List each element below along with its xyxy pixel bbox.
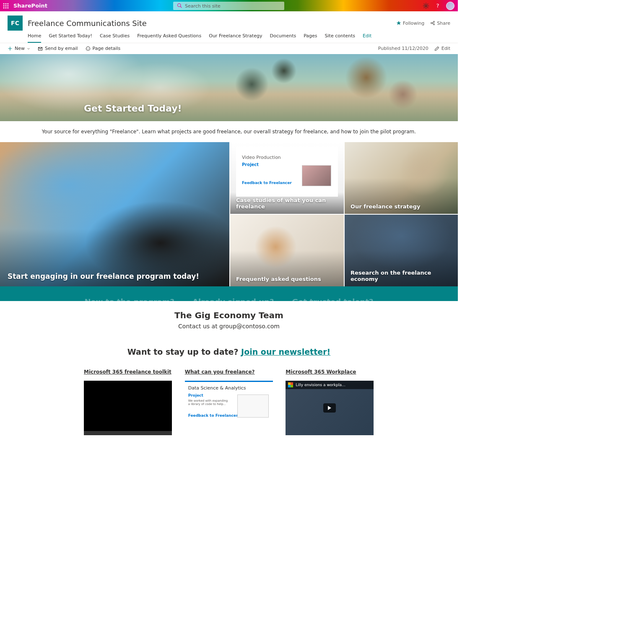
tile-caption: Research on the freelance economy bbox=[345, 265, 458, 286]
newsletter-link[interactable]: Join our newsletter! bbox=[241, 347, 330, 356]
team-section: The Gig Economy Team Contact us at group… bbox=[0, 301, 458, 339]
tile-engage[interactable]: Start engaging in our freelance program … bbox=[0, 142, 229, 286]
site-nav: Home Get Started Today! Case Studies Fre… bbox=[0, 31, 458, 43]
nav-get-started[interactable]: Get Started Today! bbox=[49, 33, 92, 43]
svg-point-13 bbox=[434, 21, 435, 23]
svg-text:?: ? bbox=[436, 3, 439, 9]
cards-row: Microsoft 365 freelance toolkit What can… bbox=[0, 369, 458, 452]
search-container bbox=[173, 1, 284, 10]
nav-site-contents[interactable]: Site contents bbox=[325, 33, 355, 43]
search-input[interactable] bbox=[173, 2, 284, 10]
tile-strategy[interactable]: Our freelance strategy bbox=[345, 142, 458, 214]
tile-caption: Start engaging in our freelance program … bbox=[0, 266, 229, 286]
share-button[interactable]: Share bbox=[430, 21, 450, 26]
svg-point-14 bbox=[434, 24, 435, 25]
svg-rect-2 bbox=[7, 3, 8, 4]
tile-caption: Our freelance strategy bbox=[345, 199, 458, 214]
edit-button[interactable]: Edit bbox=[434, 46, 450, 51]
team-title: The Gig Economy Team bbox=[0, 310, 458, 320]
card-title-link[interactable]: Microsoft 365 Workplace bbox=[286, 369, 374, 375]
page-details-button[interactable]: Page details bbox=[86, 46, 121, 51]
team-contact: Contact us at group@contoso.com bbox=[0, 323, 458, 330]
svg-rect-5 bbox=[7, 5, 8, 6]
search-icon bbox=[177, 3, 182, 8]
svg-rect-6 bbox=[3, 7, 4, 8]
newsletter-cta: Want to stay up to date? Join our newsle… bbox=[0, 339, 458, 369]
play-icon[interactable] bbox=[323, 403, 336, 413]
suite-bar: SharePoint ? bbox=[0, 0, 458, 11]
tile-caption: Case studies of what you can freelance bbox=[230, 193, 344, 214]
ms-logo-icon bbox=[288, 382, 293, 387]
svg-rect-0 bbox=[3, 3, 4, 4]
help-icon[interactable]: ? bbox=[434, 3, 441, 9]
published-date: Published 11/12/2020 bbox=[378, 46, 428, 51]
send-email-button[interactable]: Send by email bbox=[38, 46, 78, 51]
video-embed[interactable]: Lilly envisions a workpla… bbox=[286, 381, 374, 435]
svg-rect-4 bbox=[5, 5, 6, 6]
settings-icon[interactable] bbox=[423, 3, 429, 9]
document-preview[interactable]: Data Science & Analytics Project We work… bbox=[185, 381, 273, 435]
band-item: New to the program? bbox=[85, 297, 175, 301]
svg-point-11 bbox=[425, 5, 427, 7]
card-workplace: Microsoft 365 Workplace Lilly envisions … bbox=[286, 369, 374, 435]
tile-case-studies[interactable]: Video Production Project Feedback to Fre… bbox=[230, 142, 344, 214]
card-title-link[interactable]: Microsoft 365 freelance toolkit bbox=[84, 369, 172, 375]
svg-point-9 bbox=[178, 3, 181, 7]
card-title-link[interactable]: What can you freelance? bbox=[185, 369, 273, 375]
tile-caption: Frequently asked questions bbox=[230, 272, 344, 286]
card-freelance-what: What can you freelance? Data Science & A… bbox=[185, 369, 273, 435]
tile-grid: Start engaging in our freelance program … bbox=[0, 142, 458, 286]
hero-banner: Get Started Today! bbox=[0, 54, 458, 121]
nav-case-studies[interactable]: Case Studies bbox=[100, 33, 130, 43]
nav-edit[interactable]: Edit bbox=[363, 33, 371, 43]
nav-home[interactable]: Home bbox=[28, 33, 41, 43]
card-toolkit: Microsoft 365 freelance toolkit bbox=[84, 369, 172, 435]
suite-app-name[interactable]: SharePoint bbox=[13, 3, 47, 9]
band-item: Already signed up? bbox=[192, 297, 274, 301]
user-avatar[interactable] bbox=[446, 2, 454, 10]
nav-strategy[interactable]: Our Freelance Strategy bbox=[209, 33, 262, 43]
new-button[interactable]: New bbox=[8, 46, 30, 51]
teal-band: New to the program? Already signed up? G… bbox=[0, 286, 458, 301]
hero-title: Get Started Today! bbox=[84, 103, 182, 114]
svg-rect-3 bbox=[3, 5, 4, 6]
chevron-down-icon bbox=[27, 47, 30, 50]
band-item: Got trusted talent? bbox=[292, 297, 373, 301]
site-logo[interactable]: FC bbox=[8, 16, 23, 31]
video-placeholder[interactable] bbox=[84, 381, 172, 435]
svg-rect-1 bbox=[5, 3, 6, 4]
svg-point-15 bbox=[431, 23, 432, 24]
app-launcher-icon[interactable] bbox=[0, 0, 11, 11]
nav-documents[interactable]: Documents bbox=[270, 33, 296, 43]
tile-faq[interactable]: Frequently asked questions bbox=[230, 215, 344, 286]
tile-research[interactable]: Research on the freelance economy bbox=[345, 215, 458, 286]
nav-faq[interactable]: Frequently Asked Questions bbox=[137, 33, 201, 43]
svg-line-10 bbox=[180, 6, 182, 8]
following-button[interactable]: Following bbox=[396, 21, 425, 26]
svg-rect-8 bbox=[7, 7, 8, 8]
site-header: FC Freelance Communications Site Followi… bbox=[0, 11, 458, 31]
svg-rect-7 bbox=[5, 7, 6, 8]
intro-text: Your source for everything "Freelance". … bbox=[0, 121, 458, 142]
nav-pages[interactable]: Pages bbox=[304, 33, 317, 43]
site-title[interactable]: Freelance Communications Site bbox=[28, 19, 147, 28]
command-bar: New Send by email Page details Published… bbox=[0, 43, 458, 54]
